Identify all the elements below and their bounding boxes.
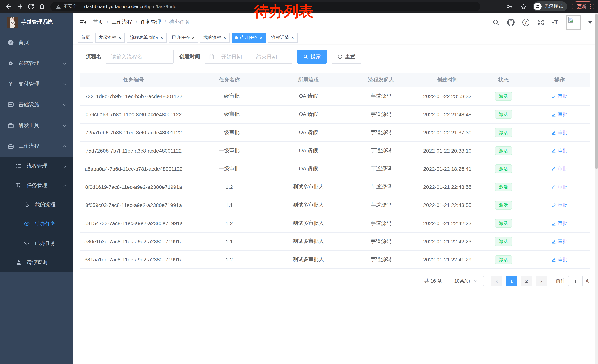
- table-row: 58154733-7ac8-11ec-a9e2-a2380e71991a 1.2…: [80, 214, 590, 233]
- start-date-input[interactable]: [216, 53, 248, 60]
- browser-back-icon[interactable]: [4, 2, 13, 11]
- person-icon: [16, 259, 22, 266]
- approve-link[interactable]: 审批: [552, 111, 567, 118]
- browser-forward-icon[interactable]: [15, 2, 25, 11]
- sidebar-item-payment[interactable]: ¥ 支付管理: [0, 74, 73, 94]
- pen-icon: [552, 112, 556, 117]
- help-icon[interactable]: ?: [522, 19, 529, 26]
- approve-link[interactable]: 审批: [552, 93, 567, 100]
- cell-task-name: 一级审批: [187, 166, 271, 172]
- tab-label: 流程表单-编辑: [130, 34, 158, 41]
- date-range-picker[interactable]: -: [205, 50, 292, 64]
- sidebar-item-system[interactable]: 系统管理: [0, 53, 73, 74]
- tab-label: 已办任务: [172, 34, 190, 41]
- page-url[interactable]: dashboard.yudao.iocoder.cn/bpm/task/todo: [84, 4, 176, 9]
- cell-process: 测试多审批人: [271, 256, 345, 263]
- tab-process-form-edit[interactable]: 流程表单-编辑×: [127, 33, 167, 42]
- font-size-icon[interactable]: TT: [552, 19, 558, 25]
- sidebar-item-done-tasks[interactable]: 已办任务: [0, 234, 73, 253]
- bookmark-star-icon[interactable]: [519, 2, 528, 11]
- approve-link[interactable]: 审批: [552, 220, 567, 226]
- sidebar-item-devtools[interactable]: 研发工具: [0, 115, 73, 136]
- sidebar-item-label: 请假查询: [27, 259, 47, 266]
- reset-button[interactable]: 重置: [332, 50, 361, 64]
- search-button[interactable]: 搜索: [297, 50, 327, 64]
- tab-close-icon[interactable]: ×: [291, 35, 294, 40]
- sidebar-toggle-icon[interactable]: [79, 18, 86, 26]
- sidebar-item-todo-tasks[interactable]: 待办任务: [0, 214, 73, 234]
- next-page-button[interactable]: ›: [536, 276, 547, 286]
- toolbox-icon: [8, 122, 14, 129]
- page-button-1[interactable]: 1: [506, 276, 517, 286]
- approve-link[interactable]: 审批: [552, 202, 567, 209]
- monitor-icon: [8, 101, 14, 108]
- approve-label: 审批: [558, 111, 567, 118]
- key-icon[interactable]: [505, 2, 514, 11]
- approve-link[interactable]: 审批: [552, 256, 567, 263]
- scrollbar-thumb[interactable]: [595, 14, 598, 169]
- browser-reload-icon[interactable]: [26, 2, 36, 11]
- page-button-2[interactable]: 2: [521, 276, 532, 286]
- approve-link[interactable]: 审批: [552, 238, 567, 245]
- breadcrumb: 首页 / 工作流程 / 任务管理 / 待办任务: [93, 19, 190, 25]
- github-icon[interactable]: [507, 18, 515, 26]
- process-name-input[interactable]: [106, 50, 174, 64]
- avatar-dropdown-caret[interactable]: [588, 21, 592, 25]
- end-date-input[interactable]: [251, 53, 282, 60]
- sidebar-item-process-mgmt[interactable]: 流程管理: [0, 157, 73, 176]
- face-icon: [24, 202, 30, 208]
- tab-my-process[interactable]: 我的流程×: [200, 33, 230, 42]
- cell-created: 2022-01-22 20:33:10: [417, 148, 478, 154]
- sidebar-item-task-mgmt[interactable]: 任务管理: [0, 176, 73, 195]
- cell-task-id: 725a1eb6-7b88-11ec-8ef0-acde48001122: [80, 129, 187, 136]
- page-size-value: 10条/页: [454, 278, 471, 284]
- search-button-label: 搜索: [310, 53, 321, 60]
- incognito-badge: 无痕模式: [533, 1, 567, 11]
- tab-label: 待办任务: [240, 34, 257, 41]
- tab-close-icon[interactable]: ×: [118, 35, 122, 40]
- cell-process: 测试多审批人: [271, 220, 345, 226]
- approve-link[interactable]: 审批: [552, 147, 567, 154]
- sidebar-item-label: 任务管理: [27, 182, 47, 189]
- approve-link[interactable]: 审批: [552, 166, 567, 172]
- breadcrumb-home[interactable]: 首页: [93, 19, 103, 25]
- tab-todo-tasks[interactable]: 待办任务×: [232, 33, 266, 42]
- tab-process-detail[interactable]: 流程详情×: [268, 33, 298, 42]
- fullscreen-icon[interactable]: [537, 19, 544, 26]
- tab-close-icon[interactable]: ×: [191, 35, 195, 40]
- sidebar-item-workflow[interactable]: 工作流程: [0, 136, 73, 157]
- cell-process: OA 请假: [271, 93, 345, 100]
- avatar[interactable]: [566, 15, 581, 30]
- refresh-icon: [338, 54, 343, 59]
- tab-done-tasks[interactable]: 已办任务×: [169, 33, 198, 42]
- chevron-down-icon: [63, 104, 67, 106]
- status-badge: 激活: [495, 164, 512, 173]
- sidebar-item-infra[interactable]: 基础设施: [0, 94, 73, 115]
- pen-icon: [552, 130, 556, 135]
- incognito-label: 无痕模式: [544, 3, 563, 10]
- page-size-select[interactable]: 10条/页: [448, 276, 484, 286]
- approve-link[interactable]: 审批: [552, 129, 567, 136]
- search-icon[interactable]: [492, 19, 499, 26]
- tab-close-icon[interactable]: ×: [259, 35, 263, 40]
- app-logo[interactable]: 芋道管理系统: [0, 13, 73, 32]
- chevron-down-icon: [63, 165, 67, 168]
- cell-task-name: 1.1: [187, 238, 271, 244]
- filter-form: 流程名 创建时间 - 搜索 重置: [86, 50, 590, 64]
- sidebar-item-leave-query[interactable]: 请假查询: [0, 253, 73, 272]
- sidebar-item-home[interactable]: 首页: [0, 32, 73, 53]
- browser-menu-dots-icon[interactable]: [590, 4, 591, 9]
- approve-link[interactable]: 审批: [552, 184, 567, 190]
- tab-home[interactable]: 首页: [78, 33, 93, 42]
- status-badge: 激活: [495, 255, 512, 264]
- tab-close-icon[interactable]: ×: [223, 35, 226, 40]
- tab-start-process[interactable]: 发起流程×: [95, 33, 125, 42]
- prev-page-button[interactable]: ‹: [491, 276, 502, 286]
- page-scrollbar[interactable]: [595, 13, 598, 364]
- goto-page-input[interactable]: [568, 276, 583, 286]
- tab-close-icon[interactable]: ×: [160, 35, 163, 40]
- browser-update-button[interactable]: 更新: [572, 1, 594, 11]
- site-security[interactable]: 不安全: [56, 3, 77, 10]
- sidebar-item-my-process[interactable]: 我的流程: [0, 195, 73, 214]
- browser-home-icon[interactable]: [37, 2, 47, 11]
